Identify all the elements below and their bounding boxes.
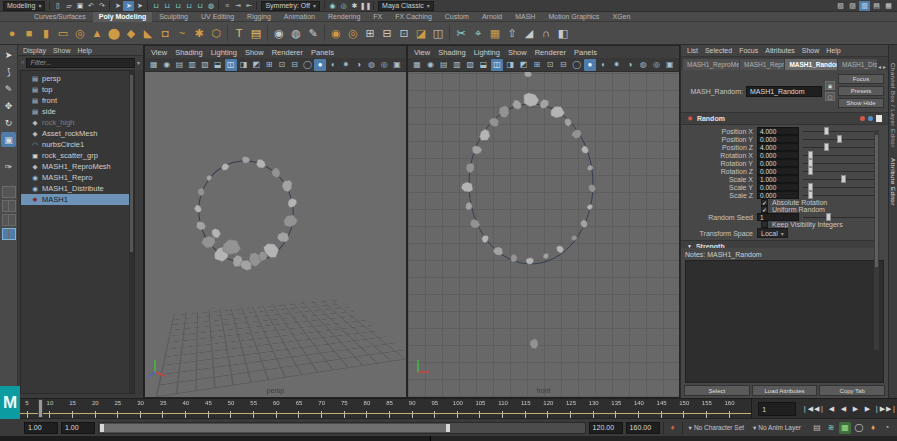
film-gate-icon[interactable]: ◫ [491,59,503,71]
nurbs-circle-curve[interactable] [191,154,301,271]
go-to-start-button[interactable]: ❘◀ [802,402,813,416]
random-node-section-header[interactable]: ✸ Random [681,112,888,125]
slider-handle[interactable] [808,151,813,159]
bevel-icon[interactable]: ◢ [521,25,537,42]
attribute-editor-scrollbar[interactable] [874,130,879,350]
field-chart-icon[interactable]: ⊞ [531,59,543,71]
shelf-tab-curves-surfaces[interactable]: Curves/Surfaces [28,12,92,22]
mute-all-icon[interactable]: ◯ [853,422,865,434]
load-attributes-button[interactable]: Load Attributes [752,385,818,396]
viewport-menu-shading[interactable]: Shading [175,48,203,57]
attr-slider[interactable] [803,191,878,199]
open-scene-icon[interactable]: ▱ [63,1,74,11]
slider-handle[interactable] [808,183,813,191]
attr-slider[interactable] [803,143,878,151]
poly-cylinder-icon[interactable]: ▮ [38,25,54,42]
field-chart-icon[interactable]: ⊞ [263,59,275,71]
outliner-item-mash1_distribute[interactable]: ◉MASH1_Distribute [21,183,134,194]
shadows-icon[interactable]: ◑ [353,59,365,71]
select-by-object-icon[interactable]: ➤ [123,1,134,11]
slider-handle[interactable] [837,135,842,143]
focus-button[interactable]: Focus [838,74,884,84]
rock-instance[interactable] [194,205,201,213]
ae-menu-selected[interactable]: Selected [705,47,732,54]
viewport-menu-panels[interactable]: Panels [574,48,597,57]
use-all-lights-icon[interactable]: ✷ [610,59,622,71]
presets-button[interactable]: Presets [838,86,884,96]
node-state-box-icon[interactable] [876,115,882,122]
rock-instance[interactable] [277,232,289,242]
poly-plane-icon[interactable]: ▭ [55,25,71,42]
attr-value-field[interactable]: 0.000 [757,191,799,199]
shelf-tab-rigging[interactable]: Rigging [241,12,277,22]
shaded-mode-icon[interactable]: ● [584,59,596,71]
outliner-menu-help[interactable]: Help [77,47,91,54]
shelf-tab-custom[interactable]: Custom [439,12,475,22]
viewport-menu-show[interactable]: Show [245,48,264,57]
rock-instance[interactable] [493,247,503,256]
poly-torus-icon[interactable]: ◎ [72,25,88,42]
ae-tab-mash1_repromesh[interactable]: MASH1_ReproMesh [683,59,739,70]
boolean-union-icon[interactable]: ◉ [328,25,344,42]
extrude-icon[interactable]: ⇧ [504,25,520,42]
viewport-menu-show[interactable]: Show [508,48,527,57]
outliner-item-front[interactable]: ▤front [21,95,134,106]
multi-cut-icon[interactable]: ✂ [453,25,469,42]
rock-instance[interactable] [551,106,565,118]
outliner-item-mash1_repro[interactable]: ◉MASH1_Repro [21,172,134,183]
outliner-scrollbar[interactable] [129,71,134,393]
attr-value-field[interactable]: 0.000 [757,183,799,191]
output-connections-icon[interactable]: ⇤ [243,1,254,11]
screen-space-ao-icon[interactable]: ◍ [366,59,378,71]
save-scene-icon[interactable]: ▣ [74,1,85,11]
safe-title-icon[interactable]: ⊟ [557,59,569,71]
rock-instance[interactable] [461,182,473,192]
select-tool[interactable]: ➤ [1,47,16,62]
new-scene-icon[interactable]: ▯ [52,1,63,11]
viewport-menu-panels[interactable]: Panels [311,48,334,57]
layout-persp-outliner[interactable] [2,214,16,226]
play-backwards-button[interactable]: ◀ [838,402,849,416]
rock-instance[interactable] [223,240,241,255]
rock-instance[interactable] [242,157,250,164]
camera-attributes-icon[interactable]: ▤ [438,59,450,71]
bridge-icon[interactable]: ∩ [538,25,554,42]
shelf-tab-arnold[interactable]: Arnold [476,12,508,22]
viewport-menu-lighting[interactable]: Lighting [474,48,500,57]
range-end-handle[interactable] [446,424,450,432]
rock-instance[interactable] [589,184,596,192]
slider-handle[interactable] [826,213,831,221]
rock-instance[interactable] [524,72,532,77]
shadows-icon[interactable]: ◑ [624,59,636,71]
wireframe-mode-icon[interactable]: ◯ [302,59,314,71]
textured-mode-icon[interactable]: ◐ [597,59,609,71]
input-connections-icon[interactable]: ⇥ [232,1,243,11]
node-name-field[interactable]: MASH1_Random [746,86,822,97]
rock-instance[interactable] [272,168,281,178]
rock-instance[interactable] [571,235,577,240]
move-tool[interactable]: ✥ [1,98,16,113]
viewport-scene-front[interactable]: front [408,72,679,397]
current-time-marker[interactable] [38,399,43,418]
attr-value-field[interactable]: 1.000 [757,175,799,183]
character-controls-toggle-icon[interactable]: ▨ [847,1,858,11]
viewport-persp[interactable]: ViewShadingLightingShowRendererPanels▦◉▤… [144,45,407,398]
playback-end-field[interactable]: 120.00 [589,422,623,434]
poly-helix-icon[interactable]: ~ [174,25,190,42]
attr-value-field[interactable]: 4.000 [757,127,799,135]
viewport-menu-lighting[interactable]: Lighting [211,48,237,57]
shelf-tab-sculpting[interactable]: Sculpting [153,12,194,22]
attr-value-field[interactable]: 4.000 [757,143,799,151]
type-tool-icon[interactable]: T [231,25,247,42]
character-set-selector[interactable]: ▾ No Character Set [686,424,747,432]
poly-pipe-icon[interactable]: ◘ [157,25,173,42]
set-key-icon[interactable]: ♦ [667,422,679,434]
shelf-tab-animation[interactable]: Animation [278,12,321,22]
render-view-icon[interactable]: ◉ [327,1,338,11]
render-settings-icon[interactable]: ✱ [349,1,360,11]
smooth-tool-icon[interactable]: ◍ [288,25,304,42]
outliner-filter-input[interactable]: Filter... [26,58,135,68]
lasso-tool[interactable]: ⟆ [1,64,16,79]
checkbox[interactable]: ✓ [761,206,768,213]
use-all-lights-icon[interactable]: ✷ [340,59,352,71]
